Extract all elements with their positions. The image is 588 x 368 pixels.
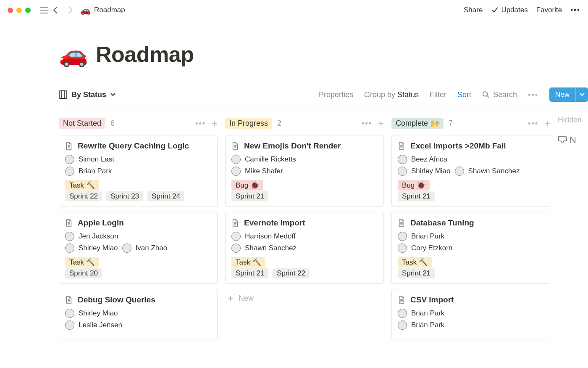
search-icon [482,91,490,98]
avatar [65,320,74,330]
board-card[interactable]: Debug Slow QueriesShirley MiaoLeslie Jen… [59,289,218,339]
breadcrumb-label: Roadmap [94,6,125,14]
search-button[interactable]: Search [482,90,517,99]
avatar [398,320,407,330]
favorite-button[interactable]: Favorite [536,6,562,14]
minimize-window-button[interactable] [16,8,22,13]
zoom-window-button[interactable] [25,8,31,13]
page: 🚗 Roadmap By Status Properties Group by … [0,20,588,344]
avatar [398,244,407,253]
inbox-button[interactable]: N [558,135,588,146]
back-button[interactable] [50,4,62,16]
type-tag: Task 🔨 [65,257,99,267]
view-more-button[interactable]: ••• [528,90,538,99]
avatar [455,167,464,176]
column-count: 7 [449,119,453,128]
avatar [398,232,407,241]
board-column: Complete 🙌7•••+Excel Imports >20Mb FailB… [391,116,550,344]
assignee-name: Simon Last [79,155,114,164]
page-icon [398,142,405,150]
assignee: Shirley Miao [65,244,118,253]
more-menu-button[interactable]: ••• [570,6,580,14]
assignee: Shawn Sanchez [455,167,520,176]
type-tag: Bug 🐞 [231,180,263,191]
card-title: Apple Login [78,218,124,228]
close-window-button[interactable] [8,8,13,13]
properties-button[interactable]: Properties [319,90,353,99]
assignee: Leslie Jensen [65,320,122,330]
status-tag[interactable]: Not Started [59,118,105,129]
assignee: Jen Jackson [65,232,118,241]
card-title: New Emojis Don't Render [244,141,341,151]
add-card-label: New [239,294,254,303]
assignee: Cory Etzkorn [398,244,452,253]
chevron-down-icon [110,93,116,96]
avatar [122,244,131,253]
new-button[interactable]: New [549,87,588,102]
card-title: Evernote Import [244,218,305,228]
updates-button[interactable]: Updates [491,6,528,14]
inbox-icon [558,136,567,144]
assignee-name: Jen Jackson [79,232,118,241]
status-tag[interactable]: Complete 🙌 [391,118,444,129]
board-card[interactable]: Apple LoginJen JacksonShirley MiaoIvan Z… [59,212,218,284]
assignee: Shawn Sanchez [231,244,297,253]
column-more-button[interactable]: ••• [195,119,206,128]
group-by-button[interactable]: Group by Status [364,90,419,99]
page-icon [231,219,239,227]
assignee-name: Mike Shafer [245,167,283,175]
sort-button[interactable]: Sort [457,90,471,99]
avatar [65,244,74,253]
chevron-down-icon [580,93,585,96]
page-icon [65,296,73,304]
column-more-button[interactable]: ••• [528,119,538,128]
page-icon [65,219,73,227]
page-icon [65,142,73,150]
assignee: Shirley Miao [398,167,451,176]
column-more-button[interactable]: ••• [362,119,372,128]
sprint-tag: Sprint 21 [231,268,268,278]
new-button-dropdown[interactable] [575,87,588,102]
avatar [231,155,241,164]
board-card[interactable]: Excel Imports >20Mb FailBeez AfricaShirl… [391,135,550,207]
share-button[interactable]: Share [464,6,483,14]
page-title[interactable]: Roadmap [96,42,194,67]
assignee-name: Shirley Miao [79,309,118,318]
assignee-name: Harrison Medoff [245,232,296,241]
status-tag[interactable]: In Progress [225,118,272,129]
hamburger-icon[interactable] [38,4,50,16]
hidden-columns-label: Hidden [558,116,588,124]
board-card[interactable]: Evernote ImportHarrison MedoffShawn Sanc… [225,212,384,284]
assignee-name: Brian Park [411,321,444,329]
board-card[interactable]: Database TuningBrian ParkCory EtzkornTas… [391,212,550,284]
assignee-name: Camille Ricketts [245,155,296,164]
avatar [65,155,74,164]
card-title: Excel Imports >20Mb Fail [410,141,506,151]
column-add-button[interactable]: + [544,118,550,128]
plus-icon: + [228,293,234,303]
view-switcher[interactable]: By Status [59,90,116,99]
type-tag: Task 🔨 [65,180,99,191]
sprint-tag: Sprint 22 [65,191,102,201]
forward-button[interactable] [64,4,76,16]
assignee: Ivan Zhao [122,244,168,253]
type-tag: Task 🔨 [398,257,432,267]
assignee: Simon Last [65,155,114,164]
board-icon [59,90,67,99]
page-icon[interactable]: 🚗 [59,40,88,68]
card-title: Debug Slow Queries [78,295,155,304]
hidden-columns[interactable]: HiddenN [558,116,588,344]
page-icon-small: 🚗 [80,5,91,15]
assignee-name: Shawn Sanchez [468,167,520,175]
board-card[interactable]: New Emojis Don't RenderCamille RickettsM… [225,135,384,207]
column-add-button[interactable]: + [378,118,384,128]
column-add-button[interactable]: + [212,118,218,128]
assignee: Camille Ricketts [231,155,296,164]
breadcrumb[interactable]: 🚗 Roadmap [80,5,125,15]
add-card-button[interactable]: +New [225,289,384,307]
board-column: Not Started6•••+Rewrite Query Caching Lo… [59,116,218,344]
filter-button[interactable]: Filter [430,90,446,99]
view-controls: By Status Properties Group by Status Fil… [59,87,588,106]
board-card[interactable]: Rewrite Query Caching LogicSimon LastBri… [59,135,218,207]
board-card[interactable]: CSV ImportBrian ParkBrian Park [391,289,550,339]
